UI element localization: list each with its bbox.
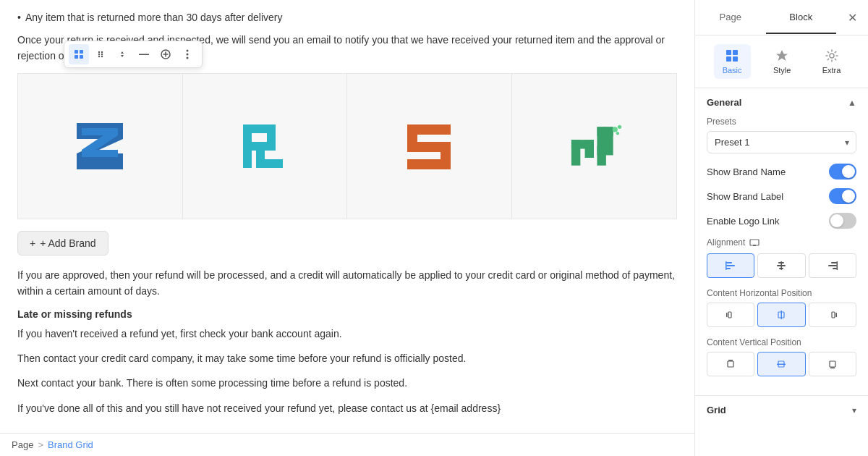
paragraph-late-4: If you've done all of this and you still… <box>17 400 677 416</box>
icon-tab-basic[interactable]: Basic <box>714 44 751 79</box>
svg-rect-54 <box>836 261 838 270</box>
svg-rect-3 <box>80 55 83 59</box>
tab-page[interactable]: Page <box>695 1 766 34</box>
toolbar-add-btn[interactable] <box>156 44 176 64</box>
content-h-center-btn[interactable] <box>757 303 805 327</box>
brand-cell-1 <box>18 74 183 219</box>
style-tab-label: Style <box>773 66 791 75</box>
svg-point-33 <box>613 127 618 132</box>
content-h-buttons <box>707 303 856 327</box>
svg-point-34 <box>618 124 621 128</box>
add-brand-button[interactable]: + + Add Brand <box>17 231 109 256</box>
panel-close-button[interactable]: ✕ <box>839 4 865 30</box>
enable-logo-link-knob <box>830 214 843 227</box>
enable-logo-link-row: Enable Logo Link <box>707 213 856 229</box>
show-brand-name-row: Show Brand Name <box>707 164 856 180</box>
presets-label: Presets <box>707 117 856 127</box>
grid-collapse-chevron[interactable]: ▾ <box>852 405 856 415</box>
brand-logo-1 <box>71 117 129 175</box>
svg-point-13 <box>187 54 189 56</box>
block-toolbar <box>64 41 203 68</box>
content-v-top-btn[interactable] <box>707 352 754 376</box>
basic-tab-label: Basic <box>723 66 742 75</box>
enable-logo-link-toggle[interactable] <box>829 213 856 229</box>
style-icon <box>775 48 789 63</box>
toolbar-more-btn[interactable] <box>177 44 197 64</box>
svg-rect-59 <box>835 313 837 317</box>
svg-rect-61 <box>728 360 733 361</box>
svg-point-12 <box>187 50 189 52</box>
paragraph-late-1: If you haven't received a refund yet, fi… <box>17 326 677 342</box>
presets-select[interactable]: Preset 1 Preset 2 Preset 3 <box>707 131 856 153</box>
svg-rect-2 <box>75 55 78 59</box>
align-right-icon <box>827 260 838 271</box>
panel-header: Page Block ✕ <box>695 0 868 35</box>
svg-point-40 <box>830 54 834 58</box>
icon-tab-style[interactable]: Style <box>765 44 799 79</box>
general-collapse-chevron[interactable]: ▲ <box>848 98 856 108</box>
svg-rect-31 <box>604 127 613 146</box>
svg-point-7 <box>101 54 103 55</box>
add-brand-label: + Add Brand <box>40 237 95 249</box>
content-v-top-icon <box>725 358 736 370</box>
content-v-label: Content Vertical Position <box>707 337 856 347</box>
content-h-left-btn[interactable] <box>707 303 754 327</box>
align-left-icon <box>725 260 736 271</box>
breadcrumb-separator: > <box>38 439 43 450</box>
svg-rect-62 <box>728 361 733 367</box>
main-content-area: Any item that is returned more than 30 d… <box>0 0 694 456</box>
show-brand-label-toggle[interactable] <box>829 188 856 204</box>
tab-block[interactable]: Block <box>766 1 837 34</box>
alignment-buttons <box>707 253 856 278</box>
svg-rect-44 <box>726 265 735 266</box>
svg-point-5 <box>101 51 103 53</box>
svg-rect-52 <box>828 265 837 266</box>
svg-rect-45 <box>726 268 731 269</box>
general-section: General ▲ Presets Preset 1 Preset 2 Pres… <box>695 88 868 395</box>
svg-rect-60 <box>832 312 835 318</box>
svg-rect-55 <box>726 313 728 317</box>
brand-logo-3 <box>400 117 458 175</box>
content-h-right-btn[interactable] <box>809 303 856 327</box>
content-h-center-icon <box>775 309 787 321</box>
icon-tab-extra[interactable]: Extra <box>814 44 850 79</box>
svg-point-6 <box>98 54 100 55</box>
basic-icon <box>725 48 739 63</box>
toolbar-updown-btn[interactable] <box>112 44 132 64</box>
bullet-text: Any item that is returned more than 30 d… <box>17 12 677 23</box>
svg-rect-10 <box>139 54 149 56</box>
svg-rect-37 <box>733 50 738 55</box>
show-brand-name-toggle[interactable] <box>829 164 856 180</box>
svg-rect-22 <box>407 124 417 145</box>
svg-rect-36 <box>726 50 731 55</box>
toolbar-divider-btn[interactable] <box>134 44 154 64</box>
svg-rect-28 <box>585 140 594 158</box>
svg-rect-20 <box>256 151 265 168</box>
content-h-label: Content Horizontal Position <box>707 288 856 298</box>
svg-point-9 <box>101 56 103 57</box>
svg-point-4 <box>98 51 100 53</box>
breadcrumb-page[interactable]: Page <box>12 439 33 450</box>
align-left-btn[interactable] <box>707 253 754 278</box>
toolbar-drag-btn[interactable] <box>90 44 111 64</box>
toolbar-block-icon-btn[interactable] <box>69 44 89 64</box>
show-brand-label-knob <box>842 190 855 203</box>
grid-section-header[interactable]: Grid ▾ <box>695 395 868 424</box>
svg-rect-0 <box>75 50 78 54</box>
align-right-btn[interactable] <box>809 253 856 278</box>
brand-cell-3 <box>347 74 512 219</box>
align-center-icon <box>775 260 787 271</box>
svg-rect-18 <box>267 124 276 151</box>
breadcrumb-current[interactable]: Brand Grid <box>48 439 93 450</box>
show-brand-name-knob <box>842 165 855 178</box>
svg-rect-39 <box>733 56 738 62</box>
content-v-center-btn[interactable] <box>757 352 805 376</box>
panel-icon-tabs: Basic Style Extra <box>695 35 868 88</box>
svg-rect-53 <box>833 268 837 269</box>
content-v-bottom-btn[interactable] <box>809 352 856 376</box>
brand-logo-4 <box>565 117 623 175</box>
svg-rect-24 <box>441 142 451 162</box>
align-center-btn[interactable] <box>757 253 805 278</box>
content-v-bottom-icon <box>827 358 838 370</box>
show-brand-name-label: Show Brand Name <box>707 166 786 177</box>
